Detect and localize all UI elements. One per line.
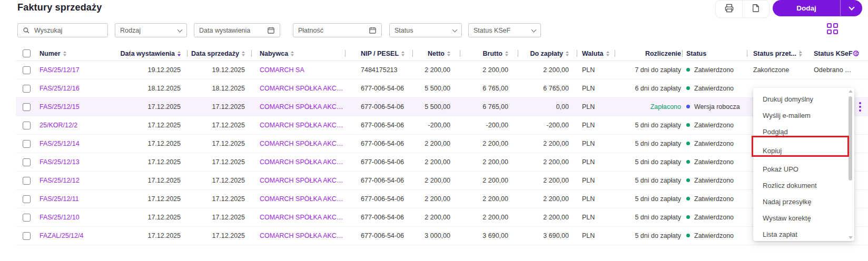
- table-row[interactable]: FAS/25/12/1719.12.202519.12.2025COMARCH …: [16, 61, 868, 79]
- buyer-link[interactable]: COMARCH SPÓŁKA AKCYJ...: [251, 140, 345, 147]
- sort-icon[interactable]: [606, 51, 609, 56]
- menu-item-kopiuj[interactable]: Kopiuj: [753, 140, 854, 161]
- add-button[interactable]: Dodaj: [773, 4, 840, 12]
- row-checkbox[interactable]: [23, 85, 31, 93]
- column-header-data_wystawienia[interactable]: Data wystawienia: [130, 46, 187, 61]
- column-header-status_ksef[interactable]: Status KSeF: [800, 46, 852, 61]
- column-header-do_zaplaty[interactable]: Do zapłaty: [518, 46, 577, 61]
- buyer-link[interactable]: COMARCH SPÓŁKA AKCYJ...: [251, 122, 345, 129]
- sort-icon[interactable]: [291, 51, 294, 56]
- sort-icon[interactable]: [401, 51, 405, 56]
- menu-item-poka-upo[interactable]: Pokaż UPO: [753, 161, 854, 177]
- chevron-down-icon: [849, 4, 854, 10]
- column-header-netto[interactable]: Netto: [412, 46, 460, 61]
- table-row[interactable]: FAS/25/12/1417.12.202517.12.2025COMARCH …: [16, 135, 868, 153]
- invoice-number-link[interactable]: FAS/25/12/11: [37, 195, 130, 203]
- filter-rodzaj-select[interactable]: Rodzaj: [115, 23, 187, 37]
- cell-rozliczenie: 6 dni do zapłaty: [615, 85, 682, 92]
- buyer-link[interactable]: COMARCH SPÓŁKA AKCYJ...: [251, 158, 345, 166]
- filter-status-ksef-select[interactable]: Status KSeF: [468, 23, 541, 37]
- row-checkbox[interactable]: [23, 195, 31, 203]
- menu-item-podgl-d[interactable]: Podgląd: [753, 124, 854, 140]
- row-checkbox[interactable]: [23, 140, 31, 148]
- kebab-menu-icon[interactable]: [852, 102, 868, 112]
- table-row[interactable]: 25/KOR/12/217.12.202517.12.2025COMARCH S…: [16, 116, 868, 135]
- sort-icon[interactable]: [177, 51, 181, 56]
- row-checkbox[interactable]: [23, 214, 31, 222]
- cell-waluta: PLN: [577, 85, 615, 92]
- column-header-status[interactable]: Status: [682, 46, 747, 61]
- table-row[interactable]: FAS/25/12/1217.12.202517.12.2025COMARCH …: [16, 172, 868, 190]
- calendar-icon: [369, 26, 377, 34]
- table-row[interactable]: FAS/25/12/1517.12.202517.12.2025COMARCH …: [16, 98, 868, 116]
- table-row[interactable]: FAS/25/12/1117.12.202517.12.2025COMARCH …: [16, 190, 868, 208]
- sort-icon[interactable]: [447, 51, 450, 56]
- column-header-data_sprzedazy[interactable]: Data sprzedaży: [187, 46, 251, 61]
- scrollbar-thumb[interactable]: [849, 96, 852, 180]
- menu-item-rozlicz-dokument[interactable]: Rozlicz dokument: [753, 177, 854, 194]
- cell-nip-pesel: 677-006-54-06: [345, 122, 412, 129]
- column-header-numer[interactable]: Numer: [37, 46, 130, 61]
- export-document-button[interactable]: [742, 1, 769, 17]
- invoice-number-link[interactable]: FAS/25/12/10: [37, 214, 130, 221]
- search-input[interactable]: Wyszukaj: [17, 23, 108, 37]
- column-settings-gear-icon[interactable]: ⚙: [852, 49, 860, 58]
- row-checkbox[interactable]: [23, 158, 31, 166]
- sort-icon[interactable]: [505, 51, 508, 56]
- sort-up-icon: [566, 51, 569, 53]
- row-checkbox[interactable]: [23, 66, 31, 74]
- menu-item-lista-zap-at[interactable]: Lista zapłat: [753, 226, 854, 243]
- select-all-checkbox[interactable]: [23, 49, 31, 57]
- layout-grid-icon[interactable]: [827, 23, 839, 35]
- cell-rozliczenie: 5 dni do zapłaty: [615, 177, 682, 184]
- column-header-waluta[interactable]: Waluta: [577, 46, 615, 61]
- cell-brutto: 3 690,00: [460, 232, 518, 239]
- scroll-up-icon[interactable]: [849, 90, 853, 93]
- row-checkbox[interactable]: [23, 103, 31, 111]
- print-button[interactable]: [716, 1, 742, 17]
- buyer-link[interactable]: COMARCH SPÓŁKA AKCYJ...: [251, 232, 345, 239]
- sort-icon[interactable]: [63, 51, 66, 56]
- buyer-link[interactable]: COMARCH SPÓŁKA AKCYJ...: [251, 177, 345, 184]
- invoice-number-link[interactable]: FAS/25/12/15: [37, 103, 130, 111]
- add-dropdown-button[interactable]: [840, 0, 862, 16]
- table-row[interactable]: FAS/25/12/1317.12.202517.12.2025COMARCH …: [16, 153, 868, 172]
- column-header-label: Data sprzedaży: [191, 50, 239, 57]
- cell-data-wystawienia: 17.12.2025: [130, 214, 187, 221]
- menu-item-drukuj-domy-lny[interactable]: Drukuj domyślny: [753, 91, 854, 107]
- invoice-number-link[interactable]: FAS/25/12/12: [37, 177, 130, 184]
- menu-scrollbar[interactable]: [847, 90, 853, 239]
- invoice-number-link[interactable]: FAS/25/12/13: [37, 158, 130, 166]
- column-header-status_przet[interactable]: Status przet...: [747, 46, 800, 61]
- row-checkbox[interactable]: [23, 232, 31, 240]
- column-header-nabywca[interactable]: Nabywca: [251, 46, 345, 61]
- buyer-link[interactable]: COMARCH SPÓŁKA AKCYJ...: [251, 195, 345, 203]
- row-checkbox[interactable]: [23, 122, 31, 129]
- invoice-number-link[interactable]: FAZAL/25/12/4: [37, 232, 130, 239]
- status-label: Zatwierdzono: [694, 66, 734, 74]
- column-header-rozliczenie[interactable]: Rozliczenie: [615, 46, 682, 61]
- buyer-link[interactable]: COMARCH SPÓŁKA AKCYJ...: [251, 85, 345, 92]
- filter-platnosc[interactable]: Płatność: [293, 23, 382, 37]
- invoice-number-link[interactable]: FAS/25/12/17: [37, 66, 130, 74]
- row-checkbox[interactable]: [23, 177, 31, 185]
- menu-item-nadaj-przesy-k-[interactable]: Nadaj przesyłkę: [753, 194, 854, 210]
- sort-icon[interactable]: [566, 51, 569, 56]
- sort-icon[interactable]: [242, 51, 245, 56]
- buyer-link[interactable]: COMARCH SA: [251, 66, 345, 74]
- invoice-number-link[interactable]: 25/KOR/12/2: [37, 122, 130, 129]
- invoice-number-link[interactable]: FAS/25/12/16: [37, 85, 130, 92]
- filter-data-wystawienia[interactable]: Data wystawienia: [194, 23, 280, 37]
- menu-item-wy-lij-e-mailem[interactable]: Wyślij e-mailem: [753, 107, 854, 124]
- filter-status-select[interactable]: Status: [389, 23, 462, 37]
- invoice-number-link[interactable]: FAS/25/12/14: [37, 140, 130, 147]
- table-row[interactable]: FAS/25/12/1618.12.202518.12.2025COMARCH …: [16, 79, 868, 98]
- scroll-down-icon[interactable]: [849, 236, 853, 239]
- table-row[interactable]: FAZAL/25/12/417.12.202517.12.2025COMARCH…: [16, 227, 868, 245]
- column-header-nip[interactable]: NIP / PESEL: [345, 46, 412, 61]
- column-header-brutto[interactable]: Brutto: [460, 46, 518, 61]
- buyer-link[interactable]: COMARCH SPÓŁKA AKCYJ...: [251, 103, 345, 111]
- buyer-link[interactable]: COMARCH SPÓŁKA AKCYJ...: [251, 214, 345, 221]
- table-row[interactable]: FAS/25/12/1017.12.202517.12.2025COMARCH …: [16, 208, 868, 227]
- menu-item-wystaw-korekt-[interactable]: Wystaw korektę: [753, 210, 854, 226]
